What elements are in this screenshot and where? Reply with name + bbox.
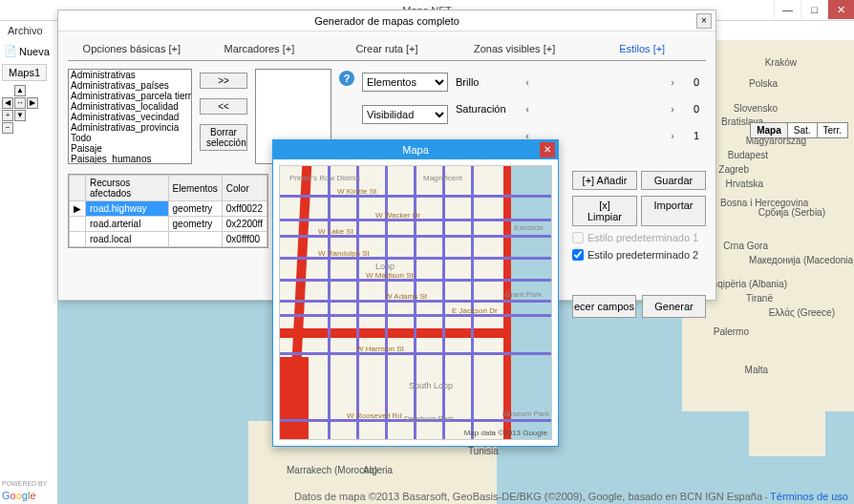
table-row: road.local0x0fff00: [70, 232, 267, 247]
right-column: [+] Añadir Guardar [x] Limpiar Importar …: [572, 70, 706, 318]
brillo-dec[interactable]: ‹: [521, 76, 534, 88]
mapwin-close[interactable]: ✕: [540, 142, 555, 158]
dialog-title: Generador de mapas completo: [314, 15, 459, 27]
dialog-titlebar: Generador de mapas completo ×: [58, 10, 715, 32]
clear-selection-button[interactable]: Borrar selección: [200, 124, 247, 151]
dialog-tabs: Opciones básicas [+] Marcadores [+] Crea…: [68, 37, 706, 61]
import-button[interactable]: Importar: [641, 196, 706, 226]
close-button[interactable]: ✕: [827, 0, 854, 19]
window-buttons: — □ ✕: [774, 0, 854, 19]
nav-center[interactable]: ↔: [14, 97, 26, 109]
maximize-button[interactable]: □: [801, 0, 827, 19]
nav-right[interactable]: ▶: [27, 97, 38, 109]
nav-down[interactable]: ▼: [14, 110, 26, 121]
table-row: road.arterialgeometry0x2200ff: [70, 217, 267, 232]
tree: 📄 Nueva: [0, 40, 57, 62]
nav-left[interactable]: ◀: [2, 97, 13, 109]
tab-opciones[interactable]: Opciones básicas [+]: [68, 37, 196, 60]
left-panel: 📄 Nueva Maps1 ▲ ◀↔▶ +▼ −: [0, 40, 57, 136]
preset2-check[interactable]: Estilo predeterminado 2: [572, 249, 706, 261]
maptype-map[interactable]: Mapa: [751, 123, 788, 137]
help-icon[interactable]: ?: [339, 71, 354, 86]
zoom-out[interactable]: −: [2, 122, 13, 134]
tab-marcadores[interactable]: Marcadores [+]: [196, 37, 324, 60]
map-preview-window: Mapa ✕ W Kinzie St W Wacker Dr: [272, 139, 559, 447]
feature-listbox[interactable]: Administrativas Administrativas_países A…: [68, 69, 192, 164]
tab-ruta[interactable]: Crear ruta [+]: [323, 37, 451, 60]
menu-archivo[interactable]: Archivo: [8, 25, 43, 36]
chicago-map[interactable]: W Kinzie St W Wacker Dr W Lake St W Rand…: [279, 165, 552, 440]
doc-icon: 📄: [4, 45, 17, 57]
elementos-combo[interactable]: Elementos: [362, 73, 448, 92]
move-left-button[interactable]: <<: [200, 98, 247, 115]
add-button[interactable]: [+] Añadir: [572, 171, 637, 190]
tab-maps1[interactable]: Maps1: [2, 64, 47, 81]
visibilidad-combo[interactable]: Visibilidad: [362, 105, 448, 124]
reset-button[interactable]: ecer campos: [572, 295, 636, 318]
maptype-terr[interactable]: Terr.: [818, 123, 847, 137]
tab-estilos[interactable]: Estilos [+]: [578, 37, 706, 60]
save-button[interactable]: Guardar: [641, 171, 706, 190]
dialog-close[interactable]: ×: [696, 13, 712, 29]
styles-grid[interactable]: Recursos afectadosElementosColor ▶road.h…: [68, 174, 268, 248]
nav-up[interactable]: ▲: [14, 85, 26, 96]
nav-arrows: ▲ ◀↔▶ +▼ −: [0, 83, 57, 136]
maptype-sat[interactable]: Sat.: [788, 123, 818, 137]
clear-button[interactable]: [x] Limpiar: [572, 196, 637, 226]
saturacion-dec[interactable]: ‹: [521, 103, 534, 115]
map-footer: Datos de mapa ©2013 Basarsoft, GeoBasis-…: [294, 491, 848, 502]
move-right-button[interactable]: >>: [200, 73, 247, 89]
mapwin-titlebar[interactable]: Mapa ✕: [273, 140, 558, 159]
map-type-switcher: Mapa Sat. Terr.: [750, 122, 848, 138]
terms-link[interactable]: Términos de uso: [770, 491, 848, 502]
minimize-button[interactable]: —: [774, 0, 801, 19]
zoom-in[interactable]: +: [2, 110, 13, 121]
preset1-check[interactable]: Estilo predeterminado 1: [572, 232, 706, 243]
google-logo: POWERED BY Google: [2, 480, 47, 502]
table-row: ▶road.highwaygeometry0xff0022: [70, 201, 267, 217]
tab-zonas[interactable]: Zonas visibles [+]: [451, 37, 579, 60]
tree-root[interactable]: 📄 Nueva: [2, 44, 55, 58]
generate-button[interactable]: Generar: [642, 295, 706, 318]
